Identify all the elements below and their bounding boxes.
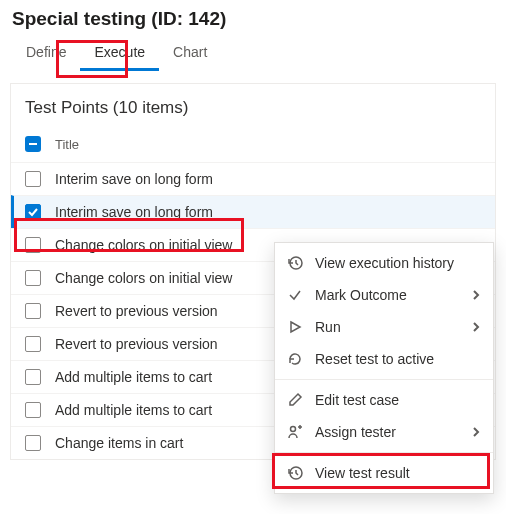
row-checkbox[interactable]	[25, 237, 41, 253]
row-checkbox[interactable]	[25, 303, 41, 319]
chevron-right-icon	[471, 287, 481, 303]
row-title: Change items in cart	[55, 435, 183, 451]
select-all-checkbox[interactable]	[25, 136, 41, 152]
svg-rect-0	[29, 143, 37, 145]
row-title: Add multiple items to cart	[55, 369, 212, 385]
menu-item-label: Assign tester	[315, 424, 396, 440]
svg-point-2	[291, 427, 296, 432]
table-row[interactable]: Interim save on long form	[11, 162, 495, 195]
row-checkbox[interactable]	[25, 369, 41, 385]
menu-item-mark-outcome[interactable]: Mark Outcome	[275, 279, 493, 311]
menu-separator	[275, 379, 493, 380]
history-icon	[287, 255, 303, 271]
chevron-right-icon	[471, 424, 481, 440]
row-title: Change colors on initial view	[55, 270, 232, 286]
row-checkbox[interactable]	[25, 171, 41, 187]
context-menu: View execution historyMark OutcomeRunRes…	[274, 242, 494, 494]
menu-item-run[interactable]: Run	[275, 311, 493, 343]
row-checkbox[interactable]	[25, 435, 41, 451]
column-header-title: Title	[55, 137, 79, 152]
tabs: Define Execute Chart	[0, 38, 506, 71]
row-checkbox[interactable]	[25, 270, 41, 286]
menu-item-view-execution-history[interactable]: View execution history	[275, 247, 493, 279]
menu-item-view-test-result[interactable]: View test result	[275, 457, 493, 489]
tab-chart[interactable]: Chart	[159, 38, 221, 71]
tab-define[interactable]: Define	[12, 38, 80, 71]
row-title: Add multiple items to cart	[55, 402, 212, 418]
menu-item-label: Edit test case	[315, 392, 399, 408]
menu-item-label: Mark Outcome	[315, 287, 407, 303]
menu-item-label: View test result	[315, 465, 410, 481]
tab-execute[interactable]: Execute	[80, 38, 159, 71]
menu-item-edit-test-case[interactable]: Edit test case	[275, 384, 493, 416]
menu-item-reset-test-to-active[interactable]: Reset test to active	[275, 343, 493, 375]
row-title: Revert to previous version	[55, 303, 218, 319]
row-checkbox[interactable]	[25, 402, 41, 418]
history-icon	[287, 465, 303, 481]
row-title: Interim save on long form	[55, 171, 213, 187]
menu-item-assign-tester[interactable]: Assign tester	[275, 416, 493, 448]
row-checkbox[interactable]	[25, 204, 41, 220]
chevron-right-icon	[471, 319, 481, 335]
page-title: Special testing (ID: 142)	[0, 0, 506, 36]
edit-icon	[287, 392, 303, 408]
row-checkbox[interactable]	[25, 336, 41, 352]
table-row[interactable]: Interim save on long form	[11, 195, 495, 228]
reset-icon	[287, 351, 303, 367]
menu-item-label: View execution history	[315, 255, 454, 271]
play-icon	[287, 319, 303, 335]
menu-item-label: Reset test to active	[315, 351, 434, 367]
assign-icon	[287, 424, 303, 440]
row-title: Interim save on long form	[55, 204, 213, 220]
check-icon	[287, 287, 303, 303]
row-title: Revert to previous version	[55, 336, 218, 352]
panel-title: Test Points (10 items)	[11, 84, 495, 128]
menu-item-label: Run	[315, 319, 341, 335]
row-title: Change colors on initial view	[55, 237, 232, 253]
list-header: Title	[11, 128, 495, 162]
menu-separator	[275, 452, 493, 453]
